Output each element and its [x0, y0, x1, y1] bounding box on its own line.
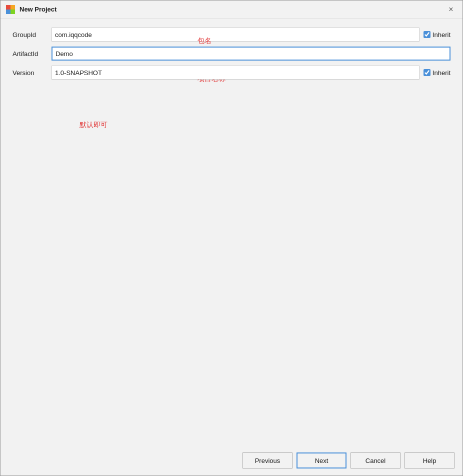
- groupid-inherit-checkbox[interactable]: Inherit: [424, 31, 450, 39]
- cancel-button[interactable]: Cancel: [350, 452, 400, 468]
- groupid-label: GroupId: [12, 31, 52, 39]
- svg-rect-0: [6, 5, 10, 10]
- app-icon: [6, 5, 16, 15]
- dialog-title: New Project: [20, 6, 56, 13]
- artifactid-row: ArtifactId 项目名称: [12, 47, 450, 61]
- dialog-footer: Previous Next Cancel Help: [0, 447, 462, 475]
- title-bar: New Project ×: [0, 1, 462, 19]
- new-project-dialog: New Project × GroupId Inherit 包名 Artifac…: [0, 0, 463, 476]
- groupid-inherit-label: Inherit: [432, 31, 450, 39]
- close-button[interactable]: ×: [446, 4, 456, 15]
- svg-rect-1: [10, 5, 15, 10]
- groupid-row: GroupId Inherit 包名: [12, 28, 450, 42]
- svg-rect-3: [10, 10, 15, 14]
- version-inherit-label: Inherit: [432, 69, 450, 77]
- groupid-input[interactable]: [52, 28, 420, 42]
- dialog-body: GroupId Inherit 包名 ArtifactId 项目名称 Versi…: [0, 19, 462, 447]
- next-button[interactable]: Next: [296, 452, 346, 468]
- previous-button[interactable]: Previous: [242, 452, 292, 468]
- version-inherit-checkbox[interactable]: Inherit: [424, 69, 450, 77]
- help-button[interactable]: Help: [404, 452, 454, 468]
- artifactid-label: ArtifactId: [12, 50, 52, 58]
- svg-rect-2: [6, 10, 10, 14]
- title-bar-left: New Project: [6, 5, 56, 15]
- version-input[interactable]: [52, 66, 420, 80]
- version-row: Version Inherit 默认即可: [12, 66, 450, 80]
- version-annotation: 默认即可: [80, 121, 108, 130]
- artifactid-input[interactable]: [52, 47, 450, 61]
- version-label: Version: [12, 69, 52, 77]
